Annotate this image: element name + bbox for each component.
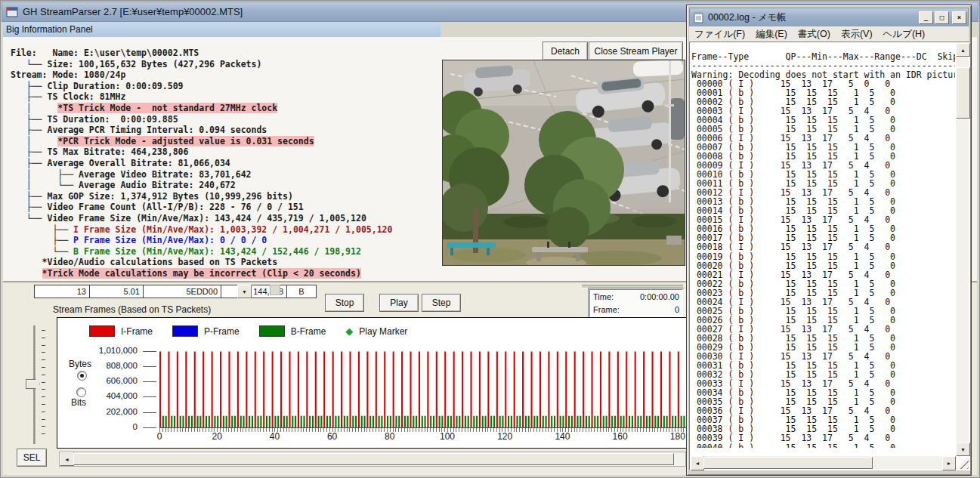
x-tick-label: 100 — [440, 431, 455, 442]
chart-scrollbar-thumb[interactable] — [73, 453, 674, 465]
notepad-title: 00002.log - メモ帳 — [708, 11, 917, 24]
x-tick-label: 60 — [327, 431, 337, 442]
menu-item[interactable]: 表示(V) — [836, 28, 878, 41]
mini-panel-fragment — [270, 285, 280, 295]
menu-item[interactable]: 編集(E) — [750, 28, 793, 41]
frame-table-cell[interactable]: 5EDD00 — [144, 285, 221, 298]
legend-label: P-Frame — [204, 326, 240, 337]
time-frame-panel: Time:0:00:00.00 Frame:0 — [588, 288, 685, 319]
y-tick — [143, 351, 156, 352]
info-line: └── Video Frame Size (Min/Ave/Max): 143,… — [11, 213, 392, 224]
parking-lot-scene — [443, 60, 685, 265]
legend-swatch — [172, 325, 198, 337]
detach-button[interactable]: Detach — [543, 42, 588, 60]
info-line: ├── Average Overall Bitrate: 81,066,034 — [11, 158, 392, 169]
y-tick-label: 404,000 — [71, 391, 138, 400]
play-button[interactable]: Play — [379, 294, 419, 312]
stop-button[interactable]: Stop — [325, 294, 364, 312]
main-window-title: GH StreamParser 2.7 [E:¥user¥temp¥00002.… — [23, 6, 243, 17]
notepad-horizontal-scrollbar[interactable]: ◄ ► — [691, 456, 956, 469]
y-tick-label: 808,000 — [71, 361, 138, 370]
x-tick-label: 20 — [212, 431, 222, 442]
y-tick — [143, 381, 156, 382]
info-line: ├── Average PCR Timing Interval: 0.094 s… — [11, 125, 392, 136]
time-label: Time: — [593, 292, 614, 301]
sel-button[interactable]: SEL — [17, 449, 47, 467]
info-line: │ └── Average Audio Bitrate: 240,672 — [11, 180, 392, 191]
legend-label: I-Frame — [121, 326, 153, 337]
chart-scroll-left-icon[interactable]: ◄ — [60, 452, 74, 466]
x-tick-label: 180 — [670, 431, 685, 442]
legend-swatch — [89, 325, 115, 337]
notepad-vertical-scrollbar[interactable]: ▲ ▼ — [956, 43, 969, 456]
x-tick-label: 140 — [555, 431, 570, 442]
legend-label: Play Marker — [359, 326, 407, 337]
x-tick-label: 120 — [497, 431, 512, 442]
y-tick-label: 606,000 — [71, 376, 138, 385]
y-tick — [143, 427, 156, 428]
legend-swatch — [259, 325, 285, 337]
info-line: ├── TS Duration: 0:00:09.885 — [11, 114, 392, 125]
menu-item[interactable]: ファイル(F) — [689, 28, 750, 41]
frame-table-cell[interactable]: 13 — [35, 285, 90, 298]
close-stream-player-button[interactable]: Close Stream Player — [589, 42, 683, 60]
info-line: ├── Clip Duration: 0:00:09.509 — [11, 81, 392, 92]
info-line: ├── Video Frame Count (All-I/P/B): 228 -… — [11, 202, 392, 213]
video-preview — [442, 60, 685, 266]
legend-item: ◆Play Marker — [345, 325, 407, 337]
legend-label: B-Frame — [291, 326, 326, 337]
chart-title: Stream Frames (Based on TS Packets) — [53, 304, 211, 315]
info-line: ├── Max GOP Size: 1,374,912 Bytes (10,99… — [11, 191, 392, 202]
info-line: ├── TS Clock: 81MHz — [11, 91, 392, 103]
notepad-vscroll-thumb[interactable] — [956, 67, 970, 119]
y-tick — [143, 412, 156, 413]
big-info-panel-header: Big Information Panel — [3, 22, 441, 38]
y-tick-label: 202,000 — [71, 407, 138, 416]
resize-grip[interactable] — [956, 456, 969, 469]
notepad-icon — [693, 11, 705, 23]
info-line: └── B Frame Size (Min/Ave/Max): 143,424 … — [11, 246, 392, 258]
y-tick — [143, 396, 156, 397]
x-tick-label: 160 — [613, 431, 628, 442]
info-line: *Trick Mode calculations may be incorrec… — [11, 268, 392, 279]
close-icon[interactable]: × — [952, 11, 966, 24]
chart-horizontal-scrollbar[interactable]: ◄ — [59, 452, 686, 467]
frame-table-cell[interactable]: 5.01 — [90, 285, 144, 298]
frame-table-cell[interactable]: B — [287, 285, 316, 298]
x-tick-label: 80 — [385, 431, 394, 442]
info-line: ├── P Frame Size (Min/Ave/Max): 0 / 0 / … — [11, 235, 392, 246]
maximize-icon[interactable]: □ — [935, 11, 949, 24]
notepad-hscroll-thumb[interactable] — [703, 457, 873, 469]
zoom-slider-ticks — [42, 330, 45, 441]
notepad-client-area: Frame--Type QP---Min---Max---Range---DC … — [689, 42, 970, 470]
info-line: Stream: Mode: 1080/24p — [11, 69, 392, 81]
app-icon — [6, 6, 18, 18]
menu-item[interactable]: ヘルプ(H) — [878, 28, 931, 41]
notepad-titlebar[interactable]: 00002.log - メモ帳 _ □ × — [689, 8, 969, 27]
legend-item: I-Frame — [89, 325, 153, 337]
notepad-scroll-left-icon[interactable]: ◄ — [691, 456, 704, 470]
chart-legend: I-FrameP-FrameB-Frame◆Play Marker — [89, 325, 427, 337]
menu-item[interactable]: 書式(O) — [793, 28, 836, 41]
info-line: │ ├── Average Video Bitrate: 83,701,642 — [11, 169, 392, 180]
info-line: ├── TS Max Bitrate: 464,238,806 — [11, 146, 392, 158]
y-tick-label: 1,010,000 — [71, 346, 138, 355]
time-value: 0:00:00.00 — [640, 292, 679, 301]
big-info-panel-title: Big Information Panel — [6, 24, 93, 35]
frame-table-scroll-down-icon[interactable]: ▼ — [237, 285, 252, 298]
x-tick-label: 0 — [157, 431, 162, 442]
notepad-scroll-down-icon[interactable]: ▼ — [956, 443, 970, 456]
y-tick — [143, 366, 156, 367]
log-content[interactable]: Frame--Type QP---Min---Max---Range---DC … — [691, 52, 955, 448]
notepad-scroll-up-icon[interactable]: ▲ — [956, 43, 970, 57]
info-line: └── Size: 100,165,632 Bytes (427,296 Pac… — [11, 59, 392, 70]
stream-info-tree: File: Name: E:\user\temp\00002.MTS └── S… — [11, 48, 392, 279]
step-button[interactable]: Step — [422, 294, 461, 312]
notepad-scroll-right-icon[interactable]: ► — [942, 456, 956, 470]
info-line: │ *PCR Trick Mode - adjusted value is 0.… — [11, 136, 392, 147]
legend-item: P-Frame — [172, 325, 240, 337]
info-line: ├── I Frame Size (Min/Ave/Max): 1,003,39… — [11, 224, 392, 236]
minimize-icon[interactable]: _ — [919, 11, 933, 24]
y-tick-label: 0 — [71, 422, 138, 431]
info-line: *Video/Audio calculations based on TS Pa… — [11, 257, 392, 268]
